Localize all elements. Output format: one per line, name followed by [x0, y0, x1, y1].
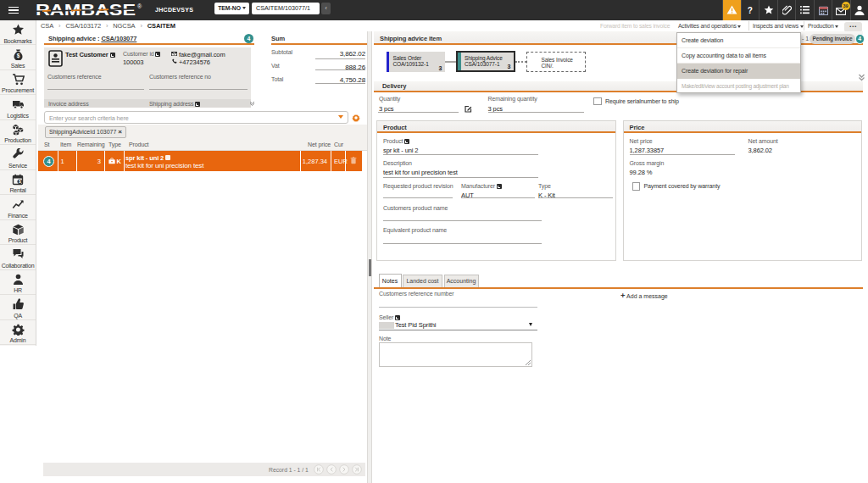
- svg-text:$: $: [18, 179, 20, 184]
- svg-text:®: ®: [137, 3, 142, 9]
- svg-text:$: $: [16, 53, 19, 59]
